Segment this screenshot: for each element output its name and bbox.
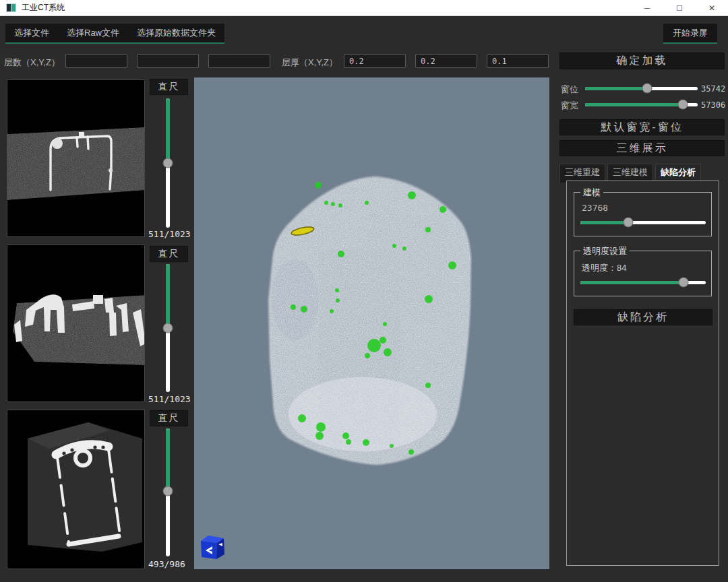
select-raw-file-button[interactable]: 选择Raw文件 [58, 24, 128, 42]
ct-slice-view-1[interactable] [7, 79, 145, 237]
ct-slice-view-3[interactable] [7, 410, 145, 569]
modeling-slider-knob[interactable] [623, 218, 633, 228]
minimize-button[interactable]: ─ [631, 0, 663, 16]
window-width-fill [585, 103, 683, 106]
ct-slice-image-2 [7, 245, 145, 402]
slice-slider-2[interactable] [163, 264, 173, 392]
title-bar: 工业CT系统 ─ ☐ ✕ [0, 0, 728, 16]
orientation-cube-logo [199, 534, 227, 560]
defect-analysis-button[interactable]: 缺陷分析 [574, 309, 712, 325]
select-file-button[interactable]: 选择文件 [5, 24, 58, 42]
slice-slider-fill-3 [166, 428, 170, 491]
opacity-slider-knob[interactable] [678, 278, 688, 288]
slice-slider-fill-2 [166, 264, 170, 328]
file-button-group: 选择文件 选择Raw文件 选择原始数据文件夹 [5, 24, 224, 44]
viewport-3d[interactable] [194, 77, 549, 569]
slice-slider-3[interactable] [163, 428, 173, 556]
modeling-slider[interactable] [580, 217, 706, 228]
slice-slider-knob-3[interactable] [163, 486, 173, 496]
slice-slider-fill-1 [166, 98, 170, 163]
window-width-value: 57306 [701, 100, 725, 110]
thickness-x-input[interactable] [344, 54, 406, 68]
ruler-button-1[interactable]: 直尺 [150, 79, 188, 95]
modeling-slider-fill [580, 221, 628, 224]
slice-slider-knob-2[interactable] [163, 323, 173, 333]
modeling-group-title: 建模 [580, 187, 603, 199]
opacity-group-box: 透明度设置 透明度：84 [574, 251, 712, 296]
thickness-z-input[interactable] [487, 54, 549, 68]
window-level-slider[interactable] [585, 83, 698, 94]
display-3d-button[interactable]: 三维展示 [559, 140, 725, 156]
window-title: 工业CT系统 [22, 2, 65, 13]
layers-label: 层数（X,Y,Z） [4, 57, 60, 69]
slice-position-3: 493/986 [148, 559, 185, 569]
reconstruction-3d-model [194, 77, 549, 569]
window-width-slider[interactable] [585, 99, 698, 110]
start-recording-button[interactable]: 开始录屏 [663, 24, 717, 44]
window-width-label: 窗宽 [561, 100, 578, 112]
ruler-button-3[interactable]: 直尺 [150, 410, 188, 426]
window-width-knob[interactable] [678, 100, 688, 110]
maximize-button[interactable]: ☐ [663, 0, 696, 16]
window-level-knob[interactable] [642, 84, 652, 94]
ct-slice-image-3 [7, 410, 145, 569]
ct-slice-view-2[interactable] [7, 245, 145, 402]
defect-analysis-panel [566, 181, 719, 566]
confirm-load-button[interactable]: 确定加载 [559, 53, 725, 69]
ct-slice-image-1 [7, 80, 145, 237]
tab-3d-modeling[interactable]: 三维建模 [607, 164, 653, 183]
opacity-group-title: 透明度设置 [580, 245, 630, 257]
tab-3d-reconstruction[interactable]: 三维重建 [559, 164, 605, 183]
modeling-group-box: 建模 23768 [574, 192, 712, 236]
select-raw-data-folder-button[interactable]: 选择原始数据文件夹 [128, 24, 224, 42]
default-ww-wl-button[interactable]: 默认窗宽-窗位 [559, 119, 725, 135]
tab-defect-analysis[interactable]: 缺陷分析 [655, 164, 701, 183]
toolbar: 选择文件 选择Raw文件 选择原始数据文件夹 开始录屏 [0, 16, 728, 46]
slice-slider-1[interactable] [163, 98, 173, 228]
opacity-value-label: 透明度：84 [582, 262, 626, 274]
app-icon [6, 3, 16, 12]
thickness-y-input[interactable] [415, 54, 477, 68]
analysis-tabs: 三维重建 三维建模 缺陷分析 [559, 164, 701, 183]
slice-position-2: 511/1023 [148, 394, 191, 404]
layers-x-input[interactable] [65, 54, 127, 68]
layers-z-input[interactable] [208, 54, 270, 68]
window-level-value: 35742 [701, 84, 725, 94]
thickness-label: 层厚（X,Y,Z） [282, 57, 338, 69]
window-level-label: 窗位 [561, 84, 578, 96]
opacity-slider-fill [580, 281, 684, 284]
slice-slider-knob-1[interactable] [163, 158, 173, 168]
modeling-value: 23768 [582, 203, 608, 213]
ruler-button-2[interactable]: 直尺 [150, 246, 188, 262]
window-level-fill [585, 87, 647, 90]
layers-y-input[interactable] [137, 54, 199, 68]
close-button[interactable]: ✕ [696, 0, 728, 16]
slice-position-1: 511/1023 [148, 229, 191, 239]
application-window: 工业CT系统 ─ ☐ ✕ 选择文件 选择Raw文件 选择原始数据文件夹 开始录屏… [0, 0, 728, 582]
opacity-slider[interactable] [580, 277, 706, 288]
